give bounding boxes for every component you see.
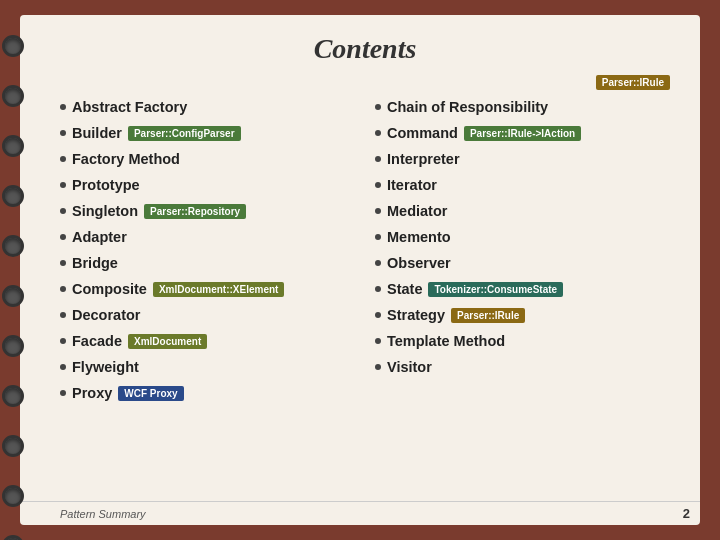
builder-badge: Parser::ConfigParser xyxy=(128,126,241,141)
item-text: Facade XmlDocument xyxy=(72,333,207,349)
item-text: State Tokenizer::ConsumeState xyxy=(387,281,563,297)
list-item-proxy: Proxy WCF Proxy xyxy=(60,380,355,406)
spiral-ring xyxy=(2,535,24,540)
item-text: Interpreter xyxy=(387,151,460,167)
spiral-ring xyxy=(2,85,24,107)
bullet-icon xyxy=(60,104,66,110)
item-label: Chain of Responsibility xyxy=(387,99,548,115)
item-label: Abstract Factory xyxy=(72,99,187,115)
bullet-icon xyxy=(375,260,381,266)
list-item-interpreter: Interpreter xyxy=(375,146,670,172)
item-label: Proxy xyxy=(72,385,112,401)
item-text: Abstract Factory xyxy=(72,99,187,115)
list-item-strategy: Strategy Parser::IRule xyxy=(375,302,670,328)
item-text: Proxy WCF Proxy xyxy=(72,385,184,401)
list-item-factory-method: Factory Method xyxy=(60,146,355,172)
item-label: Strategy xyxy=(387,307,445,323)
item-label: Visitor xyxy=(387,359,432,375)
list-item-template-method: Template Method xyxy=(375,328,670,354)
footer-label: Pattern Summary xyxy=(60,508,146,520)
bullet-icon xyxy=(375,364,381,370)
bullet-icon xyxy=(375,182,381,188)
item-label: Adapter xyxy=(72,229,127,245)
page: Contents Parser::IRule Abstract Factory xyxy=(20,15,700,525)
item-label: Iterator xyxy=(387,177,437,193)
item-text: Adapter xyxy=(72,229,127,245)
item-label: Observer xyxy=(387,255,451,271)
list-item-iterator: Iterator xyxy=(375,172,670,198)
list-item-builder: Builder Parser::ConfigParser xyxy=(60,120,355,146)
list-item-observer: Observer xyxy=(375,250,670,276)
strategy-badge: Parser::IRule xyxy=(451,308,525,323)
bullet-icon xyxy=(375,286,381,292)
item-label: Composite xyxy=(72,281,147,297)
list-item-adapter: Adapter xyxy=(60,224,355,250)
bullet-icon xyxy=(60,156,66,162)
item-label: Command xyxy=(387,125,458,141)
list-item-visitor: Visitor xyxy=(375,354,670,380)
spiral-ring xyxy=(2,235,24,257)
list-item-facade: Facade XmlDocument xyxy=(60,328,355,354)
content-area: Contents Parser::IRule Abstract Factory xyxy=(20,15,700,501)
proxy-badge: WCF Proxy xyxy=(118,386,183,401)
item-text: Prototype xyxy=(72,177,140,193)
item-label: Flyweight xyxy=(72,359,139,375)
list-item-prototype: Prototype xyxy=(60,172,355,198)
item-label: Memento xyxy=(387,229,451,245)
bullet-icon xyxy=(375,234,381,240)
spiral-ring xyxy=(2,385,24,407)
bullet-icon xyxy=(375,130,381,136)
item-text: Composite XmlDocument::XElement xyxy=(72,281,284,297)
item-text: Flyweight xyxy=(72,359,139,375)
item-text: Mediator xyxy=(387,203,447,219)
item-text: Builder Parser::ConfigParser xyxy=(72,125,241,141)
item-label: Template Method xyxy=(387,333,505,349)
item-label: Singleton xyxy=(72,203,138,219)
item-label: Builder xyxy=(72,125,122,141)
item-label: Bridge xyxy=(72,255,118,271)
list-item-composite: Composite XmlDocument::XElement xyxy=(60,276,355,302)
item-label: Facade xyxy=(72,333,122,349)
item-label: Factory Method xyxy=(72,151,180,167)
list-item-command: Command Parser::IRule->IAction xyxy=(375,120,670,146)
item-label: Decorator xyxy=(72,307,141,323)
item-label: State xyxy=(387,281,422,297)
item-label: Prototype xyxy=(72,177,140,193)
right-column: Chain of Responsibility Command Parser::… xyxy=(375,94,670,491)
list-item-singleton: Singleton Parser::Repository xyxy=(60,198,355,224)
item-text: Memento xyxy=(387,229,451,245)
bullet-icon xyxy=(375,312,381,318)
facade-badge: XmlDocument xyxy=(128,334,207,349)
spiral-ring xyxy=(2,435,24,457)
list-item-state: State Tokenizer::ConsumeState xyxy=(375,276,670,302)
item-text: Command Parser::IRule->IAction xyxy=(387,125,581,141)
list-item-memento: Memento xyxy=(375,224,670,250)
bullet-icon xyxy=(60,364,66,370)
item-text: Iterator xyxy=(387,177,437,193)
item-text: Singleton Parser::Repository xyxy=(72,203,246,219)
spiral-ring xyxy=(2,185,24,207)
bullet-icon xyxy=(60,208,66,214)
item-text: Bridge xyxy=(72,255,118,271)
spiral-binding xyxy=(2,35,24,540)
page-number: 2 xyxy=(683,506,690,521)
left-column: Abstract Factory Builder Parser::ConfigP… xyxy=(60,94,355,491)
spiral-ring xyxy=(2,285,24,307)
footer: Pattern Summary 2 xyxy=(20,501,700,525)
item-text: Template Method xyxy=(387,333,505,349)
spiral-ring xyxy=(2,35,24,57)
bullet-icon xyxy=(60,130,66,136)
item-text: Strategy Parser::IRule xyxy=(387,307,525,323)
bullet-icon xyxy=(375,156,381,162)
item-text: Visitor xyxy=(387,359,432,375)
list-item-bridge: Bridge xyxy=(60,250,355,276)
list-item-chain: Chain of Responsibility xyxy=(375,94,670,120)
composite-badge: XmlDocument::XElement xyxy=(153,282,284,297)
item-label: Mediator xyxy=(387,203,447,219)
bullet-icon xyxy=(60,234,66,240)
item-text: Chain of Responsibility xyxy=(387,99,548,115)
page-title: Contents xyxy=(60,33,670,65)
parser-badge-row: Parser::IRule xyxy=(60,75,670,90)
singleton-badge: Parser::Repository xyxy=(144,204,246,219)
list-item-mediator: Mediator xyxy=(375,198,670,224)
